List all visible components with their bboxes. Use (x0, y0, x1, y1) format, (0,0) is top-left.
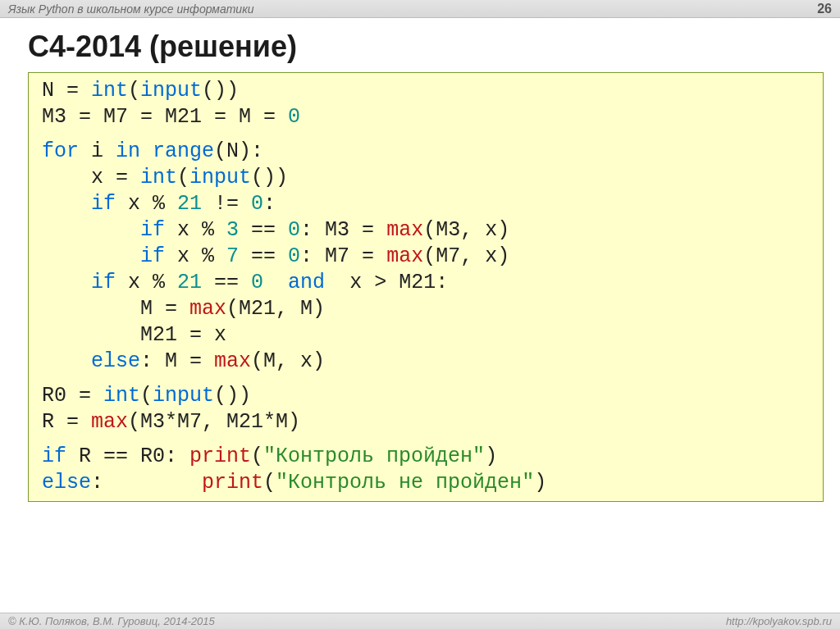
code-line: if x % 21 == 0 and x > M21: (42, 271, 448, 294)
code-line: if x % 3 == 0: M3 = max(M3, x) (42, 218, 509, 242)
code-line: if R == R0: print("Контроль пройден") (42, 444, 497, 468)
header-bar: Язык Python в школьном курсе информатики… (0, 0, 840, 18)
code-line: for i in range(N): (42, 139, 263, 163)
code-line: M3 = M7 = M21 = M = 0 (42, 105, 300, 129)
code-line: M21 = x (42, 323, 226, 347)
code-line: N = int(input()) (42, 79, 239, 103)
footer: © К.Ю. Поляков, В.М. Гуровиц, 2014-2015 … (0, 613, 840, 629)
code-line: R0 = int(input()) (42, 384, 251, 408)
code-line: else: print("Контроль не пройден") (42, 471, 546, 495)
footer-right: http://kpolyakov.spb.ru (726, 615, 832, 627)
code-line: else: M = max(M, x) (42, 349, 325, 373)
code-line: if x % 7 == 0: M7 = max(M7, x) (42, 244, 509, 268)
code-line: if x % 21 != 0: (42, 192, 276, 216)
code-block: N = int(input()) M3 = M7 = M21 = M = 0 f… (28, 72, 824, 502)
header-title: Язык Python в школьном курсе информатики (8, 2, 254, 16)
code-line: R = max(M3*M7, M21*M) (42, 410, 300, 434)
code-line: M = max(M21, M) (42, 297, 325, 321)
slide-title: C4-2014 (решение) (0, 18, 840, 71)
page-number: 26 (817, 2, 832, 16)
footer-left: © К.Ю. Поляков, В.М. Гуровиц, 2014-2015 (8, 615, 215, 627)
code-line: x = int(input()) (42, 166, 288, 189)
